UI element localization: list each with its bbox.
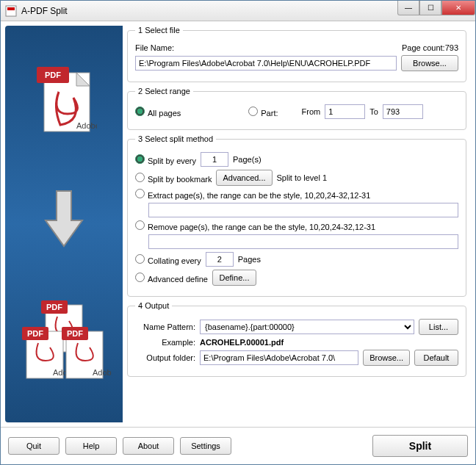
section4-legend: 4 Output xyxy=(135,301,172,310)
to-input[interactable] xyxy=(383,104,423,119)
help-button[interactable]: Help xyxy=(65,437,117,455)
output-folder-label: Output folder: xyxy=(135,353,195,362)
svg-text:PDF: PDF xyxy=(67,329,83,338)
remove-radio-label[interactable]: Remove page(s), the range can be the sty… xyxy=(135,220,375,231)
section-split-method: 3 Select split method Split by every Pag… xyxy=(127,134,466,297)
quit-button[interactable]: Quit xyxy=(8,437,60,455)
name-pattern-label: Name Pattern: xyxy=(135,322,195,331)
file-name-label: File Name: xyxy=(135,43,174,52)
section-output: 4 Output Name Pattern: {basename}.{part:… xyxy=(127,301,466,377)
close-button[interactable]: ✕ xyxy=(441,1,475,15)
split-every-radio[interactable] xyxy=(135,154,145,164)
pdf-source-icon: PDF Adobe xyxy=(31,62,97,143)
collating-radio-label[interactable]: Collating every xyxy=(135,254,201,265)
default-button[interactable]: Default xyxy=(414,350,458,366)
all-pages-radio[interactable] xyxy=(135,107,145,116)
collating-radio[interactable] xyxy=(135,254,145,264)
section2-legend: 2 Select range xyxy=(135,87,193,95)
pdf-multi-icon: PDF PDF Adobe PDF Adobe xyxy=(16,298,112,386)
svg-text:Adobe: Adobe xyxy=(76,121,97,130)
example-value: ACROHELP.00001.pdf xyxy=(200,338,284,347)
app-window: A-PDF Split — ☐ ✕ PDF Adobe xyxy=(0,0,476,465)
page-count: Page count:793 xyxy=(402,43,458,52)
advanced-define-radio-label[interactable]: Advanced define xyxy=(135,273,208,284)
app-icon xyxy=(5,5,17,17)
from-input[interactable] xyxy=(325,104,365,119)
all-pages-radio-label[interactable]: All pages xyxy=(135,107,181,118)
split-level-label: Split to level 1 xyxy=(277,173,327,182)
arrow-down-icon xyxy=(38,187,90,253)
svg-rect-1 xyxy=(7,7,15,10)
minimize-button[interactable]: — xyxy=(397,1,419,15)
split-every-radio-label[interactable]: Split by every xyxy=(135,154,196,165)
split-button[interactable]: Split xyxy=(372,435,468,457)
svg-text:PDF: PDF xyxy=(45,71,61,79)
extract-radio-label[interactable]: Extract page(s), the range can be the st… xyxy=(135,189,370,200)
remove-radio[interactable] xyxy=(135,220,145,230)
extract-radio[interactable] xyxy=(135,189,145,198)
about-button[interactable]: About xyxy=(123,437,174,455)
output-folder-input[interactable] xyxy=(200,350,358,365)
example-label: Example: xyxy=(135,338,195,347)
part-radio-label[interactable]: Part: xyxy=(248,107,278,118)
define-button[interactable]: Define... xyxy=(212,270,256,286)
sidebar-graphic: PDF Adobe PDF PDF xyxy=(5,26,123,422)
content-area: 1 Select file File Name: Page count:793 … xyxy=(123,26,471,422)
file-name-input[interactable] xyxy=(135,56,397,71)
extract-range-input[interactable] xyxy=(148,203,458,217)
maximize-button[interactable]: ☐ xyxy=(419,1,441,15)
split-every-input[interactable] xyxy=(201,152,228,167)
advanced-define-radio[interactable] xyxy=(135,273,145,282)
collating-pages-label: Pages xyxy=(238,255,261,264)
remove-range-input[interactable] xyxy=(148,234,458,249)
section-select-file: 1 Select file File Name: Page count:793 … xyxy=(127,26,466,82)
titlebar: A-PDF Split — ☐ ✕ xyxy=(1,1,475,21)
window-controls: — ☐ ✕ xyxy=(397,1,475,15)
svg-text:Adobe: Adobe xyxy=(93,368,112,377)
split-bookmark-radio[interactable] xyxy=(135,173,145,182)
section1-legend: 1 Select file xyxy=(135,26,183,35)
section-select-range: 2 Select range All pages Part: From To xyxy=(127,87,466,130)
advanced-bookmark-button[interactable]: Advanced... xyxy=(216,170,272,186)
list-button[interactable]: List... xyxy=(419,319,458,335)
from-label: From xyxy=(302,107,321,116)
to-label: To xyxy=(369,107,378,116)
collating-input[interactable] xyxy=(206,252,234,267)
name-pattern-select[interactable]: {basename}.{part:00000} xyxy=(200,320,414,334)
browse-output-button[interactable]: Browse... xyxy=(363,350,410,366)
pages-label: Page(s) xyxy=(233,155,262,164)
part-radio[interactable] xyxy=(248,107,258,116)
split-bookmark-radio-label[interactable]: Split by bookmark xyxy=(135,173,212,184)
bottom-bar: Quit Help About Settings Split xyxy=(1,427,475,464)
settings-button[interactable]: Settings xyxy=(180,437,231,455)
svg-text:PDF: PDF xyxy=(27,329,43,338)
svg-text:PDF: PDF xyxy=(46,303,62,311)
section3-legend: 3 Select split method xyxy=(135,134,216,143)
browse-file-button[interactable]: Browse... xyxy=(401,55,458,71)
window-title: A-PDF Split xyxy=(21,6,68,16)
